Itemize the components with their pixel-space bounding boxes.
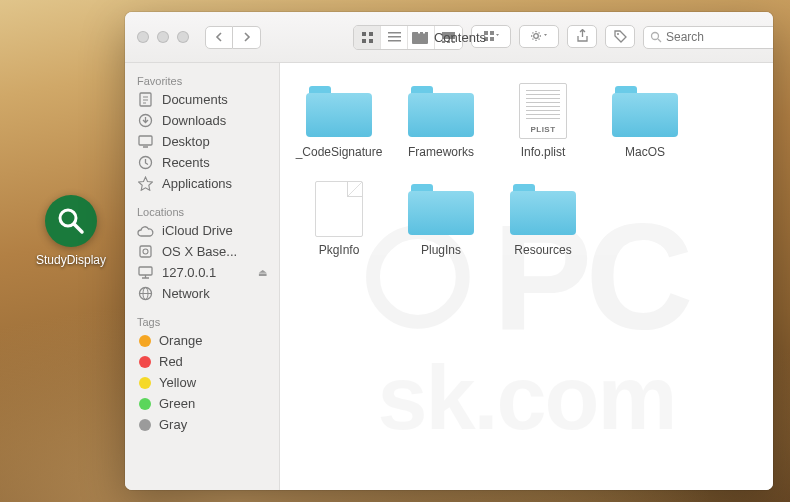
svg-rect-18 xyxy=(490,31,494,35)
plist-icon xyxy=(519,83,567,139)
tag-dot-icon xyxy=(139,377,151,389)
svg-rect-4 xyxy=(362,39,366,43)
watermark-text: sk.com xyxy=(280,347,773,450)
sidebar-item-label: Documents xyxy=(162,92,228,107)
tag-red[interactable]: Red xyxy=(125,351,279,372)
share-button[interactable] xyxy=(567,25,597,48)
file-item[interactable]: PkgInfo xyxy=(289,181,389,257)
sidebar-item-label: OS X Base... xyxy=(162,244,237,259)
svg-rect-8 xyxy=(388,40,401,42)
svg-rect-6 xyxy=(388,32,401,34)
sidebar: Favorites DocumentsDownloadsDesktopRecen… xyxy=(125,63,280,490)
svg-rect-34 xyxy=(139,267,152,275)
tag-label: Red xyxy=(159,354,183,369)
list-view-button[interactable] xyxy=(381,26,408,49)
file-icon xyxy=(315,181,363,237)
file-item[interactable]: MacOS xyxy=(595,83,695,159)
tag-gray[interactable]: Gray xyxy=(125,414,279,435)
tag-dot-icon xyxy=(139,356,151,368)
folder-icon xyxy=(306,83,372,137)
sidebar-item-127001[interactable]: 127.0.0.1⏏ xyxy=(125,262,279,283)
tag-dot-icon xyxy=(139,419,151,431)
svg-rect-2 xyxy=(362,32,366,36)
svg-rect-7 xyxy=(388,36,401,38)
file-item[interactable]: Info.plist xyxy=(493,83,593,159)
tag-label: Gray xyxy=(159,417,187,432)
sidebar-item-recents[interactable]: Recents xyxy=(125,152,279,173)
sidebar-item-documents[interactable]: Documents xyxy=(125,89,279,110)
forward-button[interactable] xyxy=(233,26,261,49)
sidebar-item-label: Applications xyxy=(162,176,232,191)
close-button[interactable] xyxy=(137,31,149,43)
sidebar-item-network[interactable]: Network xyxy=(125,283,279,304)
tag-label: Yellow xyxy=(159,375,196,390)
tags-heading: Tags xyxy=(125,312,279,330)
tag-orange[interactable]: Orange xyxy=(125,330,279,351)
file-label: Info.plist xyxy=(493,145,593,159)
search-icon xyxy=(650,31,662,43)
sidebar-item-label: Recents xyxy=(162,155,210,170)
down-icon xyxy=(137,113,154,128)
file-label: MacOS xyxy=(595,145,695,159)
file-item[interactable]: Resources xyxy=(493,181,593,257)
maximize-button[interactable] xyxy=(177,31,189,43)
tags-button[interactable] xyxy=(605,25,635,48)
sidebar-item-downloads[interactable]: Downloads xyxy=(125,110,279,131)
locations-heading: Locations xyxy=(125,202,279,220)
svg-point-20 xyxy=(534,34,539,39)
file-item[interactable]: Frameworks xyxy=(391,83,491,159)
file-label: PlugIns xyxy=(391,243,491,257)
view-switcher xyxy=(353,25,643,50)
favorites-heading: Favorites xyxy=(125,71,279,89)
globe-icon xyxy=(137,286,154,301)
file-label: Resources xyxy=(493,243,593,257)
sidebar-item-desktop[interactable]: Desktop xyxy=(125,131,279,152)
sidebar-item-label: Network xyxy=(162,286,210,301)
tag-yellow[interactable]: Yellow xyxy=(125,372,279,393)
file-item[interactable]: PlugIns xyxy=(391,181,491,257)
desktop-icon xyxy=(137,134,154,149)
folder-icon xyxy=(412,31,428,44)
minimize-button[interactable] xyxy=(157,31,169,43)
svg-rect-32 xyxy=(140,246,151,257)
back-button[interactable] xyxy=(205,26,233,49)
tag-dot-icon xyxy=(139,398,151,410)
action-button[interactable] xyxy=(519,25,559,48)
file-item[interactable]: _CodeSignature xyxy=(289,83,389,159)
icon-view-button[interactable] xyxy=(354,26,381,49)
svg-rect-5 xyxy=(369,39,373,43)
window-title: Contents xyxy=(412,30,486,45)
recents-icon xyxy=(137,155,154,170)
folder-icon xyxy=(612,83,678,137)
finder-window: Contents Favorites DocumentsDownloadsDes… xyxy=(125,12,773,490)
desktop-app-icon[interactable]: StudyDisplay xyxy=(36,195,106,267)
tag-label: Green xyxy=(159,396,195,411)
eject-icon[interactable]: ⏏ xyxy=(258,267,267,278)
sidebar-item-iclouddrive[interactable]: iCloud Drive xyxy=(125,220,279,241)
file-label: PkgInfo xyxy=(289,243,389,257)
cloud-icon xyxy=(137,223,154,238)
svg-point-22 xyxy=(652,33,659,40)
monitor-icon xyxy=(137,265,154,280)
disk-icon xyxy=(137,244,154,259)
folder-icon xyxy=(408,83,474,137)
tag-green[interactable]: Green xyxy=(125,393,279,414)
file-browser[interactable]: PC sk.com _CodeSignatureFrameworksInfo.p… xyxy=(280,63,773,490)
svg-line-23 xyxy=(658,39,661,42)
svg-rect-19 xyxy=(490,37,494,41)
sidebar-item-osxbase[interactable]: OS X Base... xyxy=(125,241,279,262)
file-label: Frameworks xyxy=(391,145,491,159)
magnifier-icon xyxy=(45,195,97,247)
sidebar-item-label: Downloads xyxy=(162,113,226,128)
search-field[interactable] xyxy=(643,26,773,49)
svg-rect-29 xyxy=(139,136,152,145)
svg-point-21 xyxy=(617,33,619,35)
titlebar: Contents xyxy=(125,12,773,63)
tag-label: Orange xyxy=(159,333,202,348)
window-controls xyxy=(137,31,189,43)
nav-buttons xyxy=(205,26,261,49)
sidebar-item-applications[interactable]: Applications xyxy=(125,173,279,194)
search-input[interactable] xyxy=(666,30,773,44)
doc-icon xyxy=(137,92,154,107)
svg-rect-3 xyxy=(369,32,373,36)
